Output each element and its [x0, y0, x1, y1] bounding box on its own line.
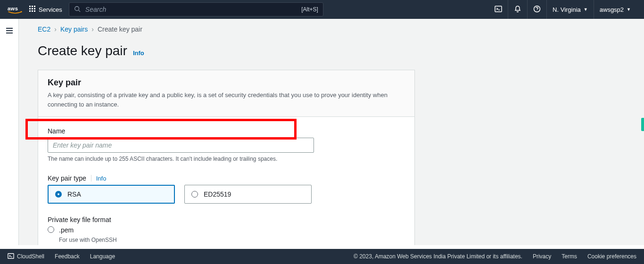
notifications-button[interactable] [508, 0, 527, 19]
svg-rect-3 [34, 6, 35, 7]
page-info-link[interactable]: Info [133, 50, 144, 57]
search-shortcut-hint: [Alt+S] [301, 6, 318, 13]
help-button[interactable] [527, 0, 546, 19]
footer-feedback[interactable]: Feedback [55, 253, 80, 260]
caret-down-icon: ▼ [627, 7, 631, 12]
footer-privacy-link[interactable]: Privacy [533, 253, 551, 260]
name-field: Name The name can include up to 255 ASCI… [48, 127, 405, 162]
sidebar-toggle-button[interactable] [5, 26, 14, 245]
footer-feedback-label: Feedback [55, 253, 80, 260]
key-pair-panel: Key pair A key pair, consisting of a pri… [38, 70, 415, 245]
footer-cloudshell-label: CloudShell [17, 253, 44, 260]
svg-line-11 [78, 10, 80, 12]
footer-cloudshell[interactable]: CloudShell [8, 253, 44, 261]
footer-language[interactable]: Language [90, 253, 115, 260]
region-label: N. Virginia [553, 6, 581, 13]
terminal-icon [8, 253, 14, 261]
search-icon [74, 6, 81, 14]
type-info-link[interactable]: Info [96, 175, 107, 182]
panel-description: A key pair, consisting of a private key … [48, 91, 405, 109]
cloudshell-icon-button[interactable] [489, 0, 508, 19]
svg-point-10 [75, 6, 79, 10]
radio-tile-ed25519[interactable]: ED25519 [184, 185, 312, 204]
footer-terms-link[interactable]: Terms [561, 253, 577, 260]
svg-rect-7 [29, 10, 31, 12]
account-label: awsgsp2 [600, 6, 624, 13]
footer-language-label: Language [90, 253, 115, 260]
services-menu-button[interactable]: Services [29, 6, 62, 14]
panel-title: Key pair [48, 78, 405, 88]
chevron-right-icon: › [91, 25, 94, 33]
radio-label-ed25519: ED25519 [204, 190, 231, 198]
footer-bar: CloudShell Feedback Language © 2023, Ama… [0, 249, 644, 264]
help-icon [533, 5, 541, 14]
topnav-right-cluster: N. Virginia ▼ awsgsp2 ▼ [489, 0, 636, 19]
account-menu[interactable]: awsgsp2 ▼ [594, 0, 636, 19]
footer-cookie-link[interactable]: Cookie preferences [587, 253, 636, 260]
svg-rect-8 [32, 10, 33, 12]
svg-rect-2 [32, 6, 33, 7]
svg-rect-4 [29, 8, 31, 9]
page-title-row: Create key pair Info [38, 43, 625, 58]
bell-icon [514, 5, 521, 14]
breadcrumb-keypairs[interactable]: Key pairs [60, 25, 88, 33]
radio-icon [55, 191, 62, 198]
caret-down-icon: ▼ [584, 7, 588, 12]
region-selector[interactable]: N. Virginia ▼ [546, 0, 594, 19]
aws-logo[interactable]: aws [8, 5, 23, 14]
page-title: Create key pair [38, 43, 127, 58]
breadcrumb: EC2 › Key pairs › Create key pair [38, 25, 625, 33]
grid-icon [29, 6, 36, 14]
terminal-icon [495, 5, 502, 14]
top-navigation: aws Services [Alt+S] N [0, 0, 644, 19]
breadcrumb-ec2[interactable]: EC2 [38, 25, 50, 33]
label-divider [91, 175, 91, 182]
svg-point-15 [537, 10, 537, 11]
format-pem-label: .pem [59, 226, 74, 234]
footer-copyright: © 2023, Amazon Web Services India Privat… [354, 253, 522, 260]
svg-rect-9 [34, 10, 35, 12]
main-content-scroll[interactable]: EC2 › Key pairs › Create key pair Create… [19, 19, 644, 245]
name-hint: The name can include up to 255 ASCII cha… [48, 156, 405, 162]
radio-icon [48, 226, 54, 233]
side-rail [0, 19, 19, 245]
breadcrumb-current: Create key pair [98, 25, 142, 33]
global-search[interactable]: [Alt+S] [69, 2, 323, 16]
radio-label-rsa: RSA [67, 190, 81, 198]
key-pair-name-input[interactable] [48, 138, 314, 153]
svg-rect-6 [34, 8, 35, 9]
svg-text:aws: aws [8, 6, 18, 11]
search-input[interactable] [84, 5, 297, 14]
panel-header: Key pair A key pair, consisting of a pri… [38, 70, 414, 117]
svg-rect-1 [29, 6, 31, 7]
radio-tile-rsa[interactable]: RSA [48, 185, 175, 204]
feedback-edge-tab[interactable] [641, 118, 644, 131]
key-pair-type-field: Key pair type Info RSA ED25519 [48, 174, 405, 204]
radio-icon [191, 191, 198, 198]
svg-rect-5 [32, 8, 33, 9]
name-label: Name [48, 127, 65, 135]
type-label: Key pair type [48, 174, 86, 182]
format-pem-hint: For use with OpenSSH [59, 237, 405, 243]
chevron-right-icon: › [54, 25, 57, 33]
services-label: Services [39, 6, 62, 13]
file-format-field: Private key file format .pem For use wit… [48, 216, 405, 243]
radio-pem[interactable]: .pem [48, 226, 405, 234]
format-label: Private key file format [48, 216, 111, 223]
